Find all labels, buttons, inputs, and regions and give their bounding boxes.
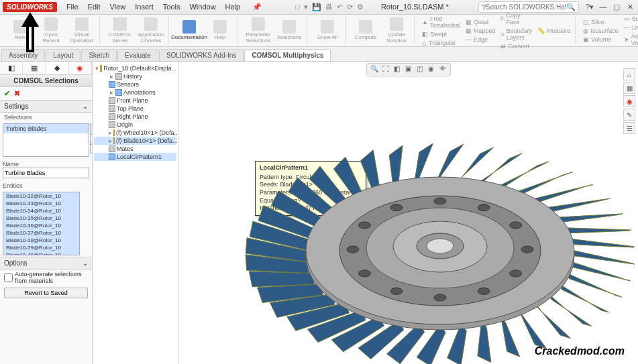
vp-zoom-icon[interactable]: 🔍 — [370, 65, 379, 74]
auto-generate-option[interactable]: Auto-generate selections from materials — [0, 269, 92, 286]
entity-item[interactable]: Blade10-35@Rotor_10 — [3, 215, 79, 222]
lp-tab-1[interactable]: ◧ — [0, 62, 23, 74]
tp-forum-icon[interactable]: ☰ — [623, 122, 635, 134]
tree-front-plane[interactable]: Front Plane — [94, 97, 176, 105]
lp-tab-4[interactable]: ◉ — [69, 62, 92, 74]
tp-appearance-icon[interactable]: ◉ — [623, 95, 635, 107]
ritem-convert[interactable]: ⇄ Convert — [498, 42, 534, 50]
ritem-mapped[interactable]: ▦ Mapped — [464, 27, 498, 35]
qat-print-icon[interactable]: 🖶 — [325, 3, 333, 11]
maximize-icon[interactable]: ▢ — [611, 3, 622, 11]
rbtn-compute[interactable]: Compute — [351, 20, 380, 41]
ritem-arrowvol[interactable]: ➤ Arrow Volume — [622, 32, 638, 47]
menu-file[interactable]: File — [62, 1, 83, 13]
help-dropdown-icon[interactable]: ?▾ — [584, 3, 595, 11]
entity-item[interactable]: Blade10-32@Rotor_10 — [3, 192, 79, 200]
revert-button[interactable]: Revert to Saved — [4, 288, 88, 298]
tp-props-icon[interactable]: ✎ — [623, 109, 635, 121]
ritem-edge[interactable]: — Edge — [464, 36, 498, 44]
menu-edit[interactable]: Edit — [84, 1, 105, 13]
rbtn-open[interactable]: Open Recent — [36, 17, 66, 44]
vp-fit-icon[interactable]: ⛶ — [381, 65, 390, 74]
tree-root[interactable]: ▾ Rotor_10 (Default<Displa... — [94, 64, 176, 72]
entity-item[interactable]: Blade10-40@Rotor_10 — [3, 251, 79, 255]
tree-sensors[interactable]: Sensors — [94, 80, 176, 88]
ritem-iso[interactable]: ◍ Isosurface — [581, 27, 621, 35]
ritem-boundary[interactable]: ≡ Boundary Layers — [498, 27, 534, 42]
tree-pattern[interactable]: LocalCirPattern1 — [94, 153, 176, 161]
menu-insert[interactable]: Insert — [131, 1, 158, 13]
tp-resources-icon[interactable]: ▦ — [623, 82, 635, 94]
settings-header[interactable]: Settings⌄ — [0, 100, 92, 113]
search-icon[interactable]: 🔍 — [566, 3, 576, 11]
rbtn-help[interactable]: Help — [205, 20, 235, 41]
tp-home-icon[interactable]: ⌂ — [623, 68, 635, 80]
ritem-tetra[interactable]: ▲ Free Tetrahedral — [420, 15, 462, 29]
tab-comsol[interactable]: COMSOL Multiphysics — [244, 49, 331, 61]
tab-evaluate[interactable]: Evaluate — [117, 49, 158, 61]
menu-view[interactable]: View — [106, 1, 130, 13]
qat-open-icon[interactable]: ▾ — [304, 3, 308, 11]
entity-item[interactable]: Blade10-37@Rotor_10 — [3, 229, 79, 237]
qat-options-icon[interactable]: ⚙ — [357, 3, 364, 11]
rbtn-update[interactable]: Update Solution — [382, 17, 411, 44]
close-icon[interactable]: ✕ — [625, 3, 635, 11]
qat-new-icon[interactable]: □ — [295, 3, 300, 11]
tree-right-plane[interactable]: Right Plane — [94, 113, 176, 121]
feature-tree[interactable]: ▾ Rotor_10 (Default<Displa... ▸ History … — [93, 62, 178, 364]
viewport[interactable]: 🔍 ⛶ ◧ ▣ ◫ ◉ 👁 LocalCirPattern1 Pattern t… — [178, 62, 638, 364]
ritem-surface[interactable]: ▭ Surface — [622, 15, 638, 23]
cancel-icon[interactable]: ✖ — [14, 89, 20, 98]
ritem-volume[interactable]: ▣ Volume — [581, 36, 621, 44]
rbtn-virtual[interactable]: Virtual Operation — [67, 17, 97, 44]
rbtn-documentation[interactable]: Documentation — [174, 20, 204, 41]
auto-gen-checkbox[interactable] — [4, 274, 13, 282]
menu-tools[interactable]: Tools — [159, 1, 184, 13]
entity-item[interactable]: Blade10-36@Rotor_10 — [3, 222, 79, 229]
ritem-line[interactable]: — Line — [622, 23, 638, 32]
qat-save-icon[interactable]: 💾 — [312, 3, 321, 11]
tab-addins[interactable]: SOLIDWORKS Add-Ins — [159, 49, 244, 61]
tree-history[interactable]: ▸ History — [94, 72, 176, 80]
ok-icon[interactable]: ✔ — [4, 89, 10, 98]
options-header[interactable]: Options⌄ — [0, 257, 92, 269]
ritem-copyface[interactable]: ⎘ Copy Face — [498, 11, 534, 26]
minimize-icon[interactable]: — — [598, 3, 608, 11]
lp-tab-2[interactable]: ▦ — [23, 62, 46, 74]
vp-scene-icon[interactable]: ◉ — [427, 65, 436, 74]
menu-window[interactable]: Window — [185, 1, 219, 13]
rbtn-selections[interactable]: Selections — [274, 20, 304, 41]
tree-blade[interactable]: ▸ (f) Blade10<1> (Defa... — [94, 137, 176, 145]
search-input[interactable] — [486, 3, 566, 11]
ritem-measure[interactable]: 📏 Measure — [535, 27, 572, 35]
menu-help[interactable]: Help — [221, 1, 245, 13]
entity-item[interactable]: Blade10-34@Rotor_10 — [3, 207, 79, 215]
tree-wheel[interactable]: ▸ (f) Wheel10<1> (Defa... — [94, 129, 176, 137]
entity-item[interactable]: Blade10-39@Rotor_10 — [3, 244, 79, 251]
vp-section-icon[interactable]: ◫ — [415, 65, 425, 74]
rbtn-server[interactable]: COMSOL Server — [105, 17, 135, 44]
tab-sketch[interactable]: Sketch — [81, 49, 117, 61]
rbtn-showall[interactable]: Show All — [313, 20, 342, 41]
entities-list[interactable]: Blade10-32@Rotor_10 Blade10-33@Rotor_10 … — [3, 192, 80, 255]
tree-annotations[interactable]: ▸ Annotations — [94, 88, 176, 97]
rbtn-params[interactable]: Parameter Selections — [244, 17, 273, 44]
entity-item[interactable]: Blade10-38@Rotor_10 — [3, 237, 79, 244]
rotor-model[interactable] — [232, 88, 638, 364]
rbtn-libraries[interactable]: Application Libraries — [136, 17, 166, 44]
ritem-slice[interactable]: ◫ Slice — [581, 18, 621, 26]
vp-hide-icon[interactable]: 👁 — [438, 65, 447, 74]
pin-icon[interactable]: 📌 — [248, 1, 266, 13]
tree-origin[interactable]: Origin — [94, 121, 176, 129]
ritem-swept[interactable]: ◧ Swept — [420, 30, 462, 38]
qat-rebuild-icon[interactable]: ⟳ — [347, 3, 353, 11]
vp-display-icon[interactable]: ▣ — [404, 65, 413, 74]
vp-orient-icon[interactable]: ◧ — [392, 65, 402, 74]
entity-item[interactable]: Blade10-33@Rotor_10 — [3, 200, 79, 207]
qat-undo-icon[interactable]: ↶ — [337, 3, 343, 11]
tree-top-plane[interactable]: Top Plane — [94, 105, 176, 113]
selection-item[interactable]: Turbine Blades — [3, 124, 89, 133]
lp-tab-3[interactable]: ◆ — [46, 62, 69, 74]
ritem-quad[interactable]: ▦ Quad — [464, 18, 498, 26]
tab-layout[interactable]: Layout — [46, 49, 81, 61]
